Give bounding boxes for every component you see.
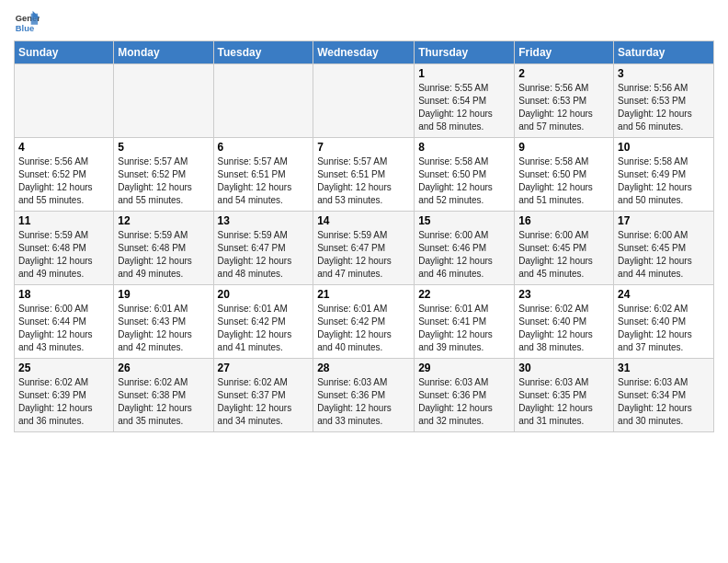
cell-info: Sunrise: 6:02 AM Sunset: 6:37 PM Dayligh… (218, 376, 310, 428)
day-number: 8 (418, 141, 510, 154)
logo: General Blue (14, 9, 43, 35)
calendar-cell (15, 64, 114, 138)
header-day-tuesday: Tuesday (213, 41, 313, 64)
calendar-cell: 22Sunrise: 6:01 AM Sunset: 6:41 PM Dayli… (415, 285, 515, 359)
cell-info: Sunrise: 5:59 AM Sunset: 6:48 PM Dayligh… (18, 229, 109, 281)
day-number: 9 (518, 141, 609, 154)
day-number: 6 (218, 141, 310, 154)
calendar-cell (313, 64, 415, 138)
calendar-cell: 14Sunrise: 5:59 AM Sunset: 6:47 PM Dayli… (313, 212, 415, 285)
cell-info: Sunrise: 6:03 AM Sunset: 6:36 PM Dayligh… (418, 376, 510, 428)
day-number: 20 (218, 288, 310, 301)
day-number: 18 (18, 288, 109, 301)
cell-info: Sunrise: 5:59 AM Sunset: 6:47 PM Dayligh… (218, 229, 310, 281)
week-row-2: 4Sunrise: 5:56 AM Sunset: 6:52 PM Daylig… (15, 138, 714, 212)
week-row-4: 18Sunrise: 6:00 AM Sunset: 6:44 PM Dayli… (15, 285, 714, 359)
calendar-cell: 28Sunrise: 6:03 AM Sunset: 6:36 PM Dayli… (313, 359, 415, 432)
day-number: 21 (317, 288, 410, 301)
day-number: 15 (418, 214, 510, 227)
calendar-cell: 25Sunrise: 6:02 AM Sunset: 6:39 PM Dayli… (15, 359, 114, 432)
cell-info: Sunrise: 5:58 AM Sunset: 6:50 PM Dayligh… (518, 155, 609, 207)
calendar-cell: 31Sunrise: 6:03 AM Sunset: 6:34 PM Dayli… (614, 359, 714, 432)
day-number: 1 (418, 67, 510, 80)
calendar-cell: 30Sunrise: 6:03 AM Sunset: 6:35 PM Dayli… (515, 359, 614, 432)
cell-info: Sunrise: 5:56 AM Sunset: 6:53 PM Dayligh… (518, 82, 609, 133)
cell-info: Sunrise: 5:59 AM Sunset: 6:47 PM Dayligh… (317, 229, 410, 281)
calendar-cell: 24Sunrise: 6:02 AM Sunset: 6:40 PM Dayli… (614, 285, 714, 359)
calendar-cell: 3Sunrise: 5:56 AM Sunset: 6:53 PM Daylig… (614, 64, 714, 138)
svg-text:Blue: Blue (16, 24, 34, 33)
calendar-cell (213, 64, 313, 138)
header: General Blue (14, 9, 714, 35)
logo-icon: General Blue (14, 9, 40, 35)
calendar-body: 1Sunrise: 5:55 AM Sunset: 6:54 PM Daylig… (15, 64, 714, 432)
cell-info: Sunrise: 6:00 AM Sunset: 6:46 PM Dayligh… (418, 229, 510, 281)
calendar-header: SundayMondayTuesdayWednesdayThursdayFrid… (15, 41, 714, 64)
header-row: SundayMondayTuesdayWednesdayThursdayFrid… (15, 41, 714, 64)
cell-info: Sunrise: 6:02 AM Sunset: 6:40 PM Dayligh… (618, 303, 710, 354)
calendar-cell: 11Sunrise: 5:59 AM Sunset: 6:48 PM Dayli… (15, 212, 114, 285)
cell-info: Sunrise: 6:00 AM Sunset: 6:45 PM Dayligh… (518, 229, 609, 281)
cell-info: Sunrise: 6:01 AM Sunset: 6:41 PM Dayligh… (418, 303, 510, 354)
calendar-cell: 8Sunrise: 5:58 AM Sunset: 6:50 PM Daylig… (415, 138, 515, 212)
day-number: 3 (618, 67, 710, 80)
day-number: 7 (317, 141, 410, 154)
cell-info: Sunrise: 5:56 AM Sunset: 6:52 PM Dayligh… (18, 155, 109, 207)
week-row-3: 11Sunrise: 5:59 AM Sunset: 6:48 PM Dayli… (15, 212, 714, 285)
calendar-cell: 9Sunrise: 5:58 AM Sunset: 6:50 PM Daylig… (515, 138, 614, 212)
calendar-cell: 29Sunrise: 6:03 AM Sunset: 6:36 PM Dayli… (415, 359, 515, 432)
day-number: 2 (518, 67, 609, 80)
day-number: 4 (18, 141, 109, 154)
day-number: 25 (18, 362, 109, 374)
cell-info: Sunrise: 6:00 AM Sunset: 6:45 PM Dayligh… (618, 229, 710, 281)
cell-info: Sunrise: 6:01 AM Sunset: 6:42 PM Dayligh… (317, 303, 410, 354)
calendar-cell: 26Sunrise: 6:02 AM Sunset: 6:38 PM Dayli… (114, 359, 213, 432)
calendar-cell: 12Sunrise: 5:59 AM Sunset: 6:48 PM Dayli… (114, 212, 213, 285)
calendar-cell: 20Sunrise: 6:01 AM Sunset: 6:42 PM Dayli… (213, 285, 313, 359)
cell-info: Sunrise: 5:56 AM Sunset: 6:53 PM Dayligh… (618, 82, 710, 133)
day-number: 14 (317, 214, 410, 227)
calendar-cell: 21Sunrise: 6:01 AM Sunset: 6:42 PM Dayli… (313, 285, 415, 359)
header-day-monday: Monday (114, 41, 213, 64)
calendar-table: SundayMondayTuesdayWednesdayThursdayFrid… (14, 40, 714, 432)
cell-info: Sunrise: 6:00 AM Sunset: 6:44 PM Dayligh… (18, 303, 109, 354)
calendar-cell: 17Sunrise: 6:00 AM Sunset: 6:45 PM Dayli… (614, 212, 714, 285)
header-day-saturday: Saturday (614, 41, 714, 64)
day-number: 24 (618, 288, 710, 301)
cell-info: Sunrise: 5:55 AM Sunset: 6:54 PM Dayligh… (418, 82, 510, 133)
header-day-sunday: Sunday (15, 41, 114, 64)
calendar-cell: 5Sunrise: 5:57 AM Sunset: 6:52 PM Daylig… (114, 138, 213, 212)
day-number: 16 (518, 214, 609, 227)
calendar-cell: 23Sunrise: 6:02 AM Sunset: 6:40 PM Dayli… (515, 285, 614, 359)
calendar-cell: 6Sunrise: 5:57 AM Sunset: 6:51 PM Daylig… (213, 138, 313, 212)
cell-info: Sunrise: 5:58 AM Sunset: 6:50 PM Dayligh… (418, 155, 510, 207)
cell-info: Sunrise: 5:57 AM Sunset: 6:52 PM Dayligh… (118, 155, 209, 207)
calendar-cell: 15Sunrise: 6:00 AM Sunset: 6:46 PM Dayli… (415, 212, 515, 285)
cell-info: Sunrise: 5:57 AM Sunset: 6:51 PM Dayligh… (317, 155, 410, 207)
week-row-5: 25Sunrise: 6:02 AM Sunset: 6:39 PM Dayli… (15, 359, 714, 432)
cell-info: Sunrise: 6:01 AM Sunset: 6:42 PM Dayligh… (218, 303, 310, 354)
day-number: 12 (118, 214, 209, 227)
header-day-friday: Friday (515, 41, 614, 64)
calendar-cell: 1Sunrise: 5:55 AM Sunset: 6:54 PM Daylig… (415, 64, 515, 138)
day-number: 17 (618, 214, 710, 227)
cell-info: Sunrise: 6:03 AM Sunset: 6:36 PM Dayligh… (317, 376, 410, 428)
day-number: 26 (118, 362, 209, 374)
day-number: 31 (618, 362, 710, 374)
cell-info: Sunrise: 6:02 AM Sunset: 6:38 PM Dayligh… (118, 376, 209, 428)
day-number: 5 (118, 141, 209, 154)
day-number: 28 (317, 362, 410, 374)
day-number: 29 (418, 362, 510, 374)
calendar-cell: 4Sunrise: 5:56 AM Sunset: 6:52 PM Daylig… (15, 138, 114, 212)
cell-info: Sunrise: 6:03 AM Sunset: 6:34 PM Dayligh… (618, 376, 710, 428)
day-number: 19 (118, 288, 209, 301)
cell-info: Sunrise: 5:57 AM Sunset: 6:51 PM Dayligh… (218, 155, 310, 207)
day-number: 11 (18, 214, 109, 227)
cell-info: Sunrise: 6:02 AM Sunset: 6:40 PM Dayligh… (518, 303, 609, 354)
cell-info: Sunrise: 6:03 AM Sunset: 6:35 PM Dayligh… (518, 376, 609, 428)
cell-info: Sunrise: 5:58 AM Sunset: 6:49 PM Dayligh… (618, 155, 710, 207)
calendar-cell: 27Sunrise: 6:02 AM Sunset: 6:37 PM Dayli… (213, 359, 313, 432)
cell-info: Sunrise: 6:02 AM Sunset: 6:39 PM Dayligh… (18, 376, 109, 428)
calendar-cell: 18Sunrise: 6:00 AM Sunset: 6:44 PM Dayli… (15, 285, 114, 359)
calendar-cell: 10Sunrise: 5:58 AM Sunset: 6:49 PM Dayli… (614, 138, 714, 212)
